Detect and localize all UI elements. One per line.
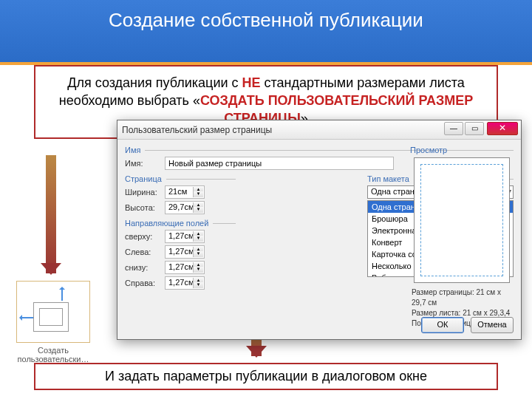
height-label: Высота: xyxy=(125,203,165,212)
minimize-button[interactable]: — xyxy=(444,122,463,135)
thumbnail-preview-icon xyxy=(16,281,90,343)
name-input[interactable] xyxy=(165,157,394,170)
margin-right-label: Справа: xyxy=(125,279,165,287)
spinner-down-icon[interactable]: ▼ xyxy=(193,282,203,288)
preview-page-size: Размер страницы: 21 см x 29,7 см xyxy=(412,287,514,308)
margin-left-input[interactable]: 1,27см▲▼ xyxy=(165,245,205,259)
section-preview: Просмотр xyxy=(410,146,514,154)
section-page: Страница xyxy=(125,174,236,183)
width-input[interactable]: 21см▲▼ xyxy=(165,185,205,199)
margin-top-label: сверху: xyxy=(125,232,165,241)
margin-right-input[interactable]: 1,27см▲▼ xyxy=(165,276,205,290)
info-text-ne: НЕ xyxy=(242,75,261,90)
spinner-down-icon[interactable]: ▼ xyxy=(193,236,203,242)
section-margins: Направляющие полей xyxy=(125,219,236,228)
close-icon: ✕ xyxy=(499,123,506,133)
margin-top-input[interactable]: 1,27см▲▼ xyxy=(165,230,205,243)
ok-button[interactable]: ОК xyxy=(421,317,464,333)
slide-title: Создание собственной публикации xyxy=(109,9,423,31)
maximize-button[interactable]: ▭ xyxy=(465,122,484,135)
spinner-down-icon[interactable]: ▼ xyxy=(193,267,203,273)
bottom-text: И задать параметры публикации в диалогов… xyxy=(105,369,427,383)
page-preview-icon xyxy=(414,157,510,283)
margin-bottom-input[interactable]: 1,27см▲▼ xyxy=(165,261,205,274)
width-label: Ширина: xyxy=(125,188,165,197)
bottom-callout: И задать параметры публикации в диалогов… xyxy=(34,363,498,390)
thumbnail-caption: Создать пользовательски… xyxy=(18,346,89,364)
dialog-titlebar[interactable]: Пользовательский размер страницы — ▭ ✕ xyxy=(117,120,521,140)
close-button[interactable]: ✕ xyxy=(487,122,518,135)
create-custom-size-thumbnail[interactable]: Создать пользовательски… xyxy=(13,281,93,364)
spinner-down-icon[interactable]: ▼ xyxy=(193,207,203,213)
info-text-1: Для создания публикации с xyxy=(67,75,242,90)
spinner-down-icon[interactable]: ▼ xyxy=(193,191,203,197)
cancel-button[interactable]: Отмена xyxy=(471,317,514,333)
slide-title-banner: Создание собственной публикации xyxy=(0,0,532,62)
custom-page-size-dialog: Пользовательский размер страницы — ▭ ✕ И… xyxy=(117,120,522,340)
spinner-down-icon[interactable]: ▼ xyxy=(193,251,203,257)
dialog-title: Пользовательский размер страницы xyxy=(122,125,272,135)
margin-bottom-label: снизу: xyxy=(125,263,165,272)
arrow-to-thumbnail-icon xyxy=(46,155,56,273)
margin-left-label: Слева: xyxy=(125,248,165,256)
name-label: Имя: xyxy=(125,159,165,168)
height-input[interactable]: 29,7см▲▼ xyxy=(165,201,205,214)
